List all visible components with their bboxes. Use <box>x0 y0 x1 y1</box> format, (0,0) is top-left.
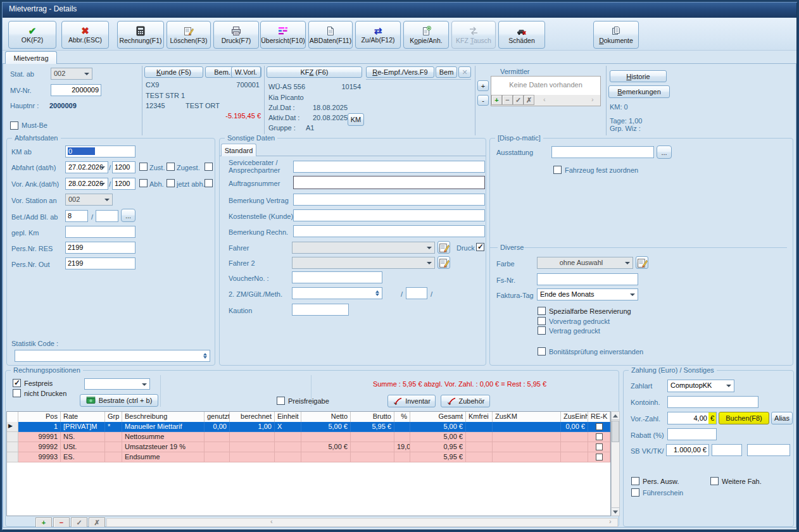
loeschen-button[interactable]: Löschen(F3) <box>167 21 211 49</box>
vermittler-remove-button[interactable]: - <box>477 95 489 106</box>
cell-zuseinh[interactable]: 0,00 € <box>561 422 588 432</box>
zubehoer-button[interactable]: Zubehör <box>441 395 490 407</box>
jetzt-abh-checkbox[interactable] <box>204 179 213 187</box>
auftragsnummer-input[interactable] <box>293 176 485 189</box>
buchen-button[interactable]: Buchen(F8) <box>719 412 769 424</box>
re-empf-button[interactable]: Re-Empf./Vers.F9 <box>366 66 434 78</box>
column-header-gesamt[interactable]: Gesamt <box>410 412 466 423</box>
cell-zuseinh[interactable] <box>561 442 588 452</box>
column-header-genutzt[interactable]: genutzt <box>204 412 230 423</box>
column-header-beschreibung[interactable]: Beschreibung <box>122 412 204 423</box>
vscroll-thumb[interactable] <box>612 421 619 442</box>
hscroll-right-icon[interactable]: › <box>609 517 612 525</box>
column-header-brutto[interactable]: Brutto <box>351 412 394 423</box>
spezialfarbe-checkbox[interactable] <box>538 307 546 315</box>
abfahrt-checkbox[interactable] <box>139 163 148 171</box>
cell-grp[interactable]: * <box>105 422 122 432</box>
gepl-km-input[interactable] <box>65 226 135 238</box>
cell-kmfrei[interactable] <box>466 442 493 452</box>
column-header-zuskm[interactable]: ZusKM <box>493 412 561 423</box>
cell-pos[interactable]: 99993 <box>18 452 61 462</box>
bet-more-button[interactable]: ... <box>121 209 135 222</box>
column-header-rate[interactable]: Rate <box>61 412 105 423</box>
row-marker-icon[interactable]: ▶ <box>7 422 18 432</box>
festpreis-checkbox[interactable] <box>13 379 21 387</box>
farbe-edit-icon[interactable] <box>636 256 648 269</box>
titlebar[interactable]: Mietvertrag - Details <box>0 0 799 18</box>
cell-einheit[interactable] <box>275 442 301 452</box>
cell-pos[interactable]: 1 <box>18 422 61 432</box>
fahrzeug-fest-checkbox[interactable] <box>553 166 562 174</box>
table-hscrollbar[interactable] <box>106 518 618 527</box>
cell-berechnet[interactable] <box>230 432 275 442</box>
farbe-select[interactable]: ohne Auswahl <box>537 257 633 269</box>
weitere-fah-checkbox[interactable] <box>710 477 719 485</box>
vor-ank-date-select[interactable]: 28.02.2026 <box>65 178 108 190</box>
tab-mietvertrag[interactable]: Mietvertrag <box>5 51 57 64</box>
cell-genutzt[interactable] <box>204 452 230 462</box>
row-delete-icon[interactable]: − <box>53 517 70 528</box>
cell-brutto[interactable] <box>351 432 394 442</box>
abfahrt-date-select[interactable]: 27.02.2026 <box>65 161 108 173</box>
mv-nr-input[interactable]: 2000009 <box>51 84 101 96</box>
rate-select[interactable] <box>84 378 150 390</box>
must-be-checkbox[interactable] <box>10 121 18 130</box>
cell-grp[interactable] <box>105 442 122 452</box>
fuehrerschein-checkbox[interactable] <box>631 488 639 497</box>
bemerkung-rechn-input[interactable] <box>293 225 485 237</box>
cell-berechnet[interactable] <box>230 452 275 462</box>
fahrer2-edit-icon[interactable] <box>437 256 450 269</box>
cell-pct[interactable] <box>394 452 410 462</box>
cell-kmfrei[interactable] <box>466 432 493 442</box>
cell-rek[interactable] <box>588 432 610 442</box>
re-k-checkbox[interactable] <box>596 454 603 461</box>
column-header-marker[interactable] <box>7 412 18 423</box>
cell-gesamt[interactable]: 0,95 € <box>410 442 466 452</box>
cell-berechnet[interactable]: 1,00 <box>230 422 275 432</box>
tab-standard[interactable]: Standard <box>221 144 256 156</box>
dokumente-button[interactable]: Dokumente <box>593 21 639 49</box>
vor-ank-checkbox[interactable] <box>139 179 148 187</box>
zuab-button[interactable]: ⇄Zu/Ab(F12) <box>355 21 401 49</box>
cell-netto[interactable]: 5,00 € <box>301 442 351 452</box>
bem-button[interactable]: Bem <box>436 66 457 78</box>
cell-zuskm[interactable] <box>493 422 561 432</box>
column-header-einheit[interactable]: Einheit <box>275 412 301 423</box>
stat-ab-select[interactable]: 002 <box>51 68 92 80</box>
bet-input[interactable]: 8 <box>65 210 88 222</box>
cell-rek[interactable] <box>588 422 610 432</box>
cell-netto[interactable] <box>301 452 351 462</box>
kfz-button[interactable]: KFZ (F6) <box>267 66 362 78</box>
wvorl-button[interactable]: W.Vorl. <box>231 66 261 78</box>
column-header-kmfrei[interactable]: Kmfrei <box>466 412 493 423</box>
pers-ausw-checkbox[interactable] <box>631 477 639 485</box>
cell-einheit[interactable] <box>275 452 301 462</box>
cell-rate[interactable]: ES. <box>61 452 105 462</box>
ausstattung-more-button[interactable]: ... <box>657 145 672 159</box>
cell-berechnet[interactable] <box>230 442 275 452</box>
fsnr-input[interactable] <box>537 273 638 285</box>
zahlart-select[interactable]: ComputopKK <box>667 380 734 392</box>
cell-beschreibung[interactable]: Endsumme <box>122 452 204 462</box>
cell-zuskm[interactable] <box>493 442 561 452</box>
vorvertrag-checkbox[interactable] <box>538 317 546 325</box>
cell-zuseinh[interactable] <box>561 432 588 442</box>
cell-gesamt[interactable]: 5,00 € <box>410 422 466 432</box>
cell-gesamt[interactable]: 5,95 € <box>410 452 466 462</box>
cell-genutzt[interactable] <box>204 432 230 442</box>
vorzahl-input[interactable]: 4,00€ <box>667 412 717 424</box>
cell-rate[interactable]: NS. <box>61 432 105 442</box>
historie-button[interactable]: Historie <box>610 70 667 82</box>
re-k-checkbox[interactable] <box>596 423 603 430</box>
column-header-netto[interactable]: Netto <box>301 412 351 423</box>
rechnung-button[interactable]: Rechnung(F1) <box>117 21 164 49</box>
cell-einheit[interactable]: X <box>275 422 301 432</box>
column-header-grp[interactable]: Grp <box>105 412 122 423</box>
cell-beschreibung[interactable]: Nettosumme <box>122 432 204 442</box>
column-header-berechnet[interactable]: berechnet <box>230 412 275 423</box>
kopie-anh-button[interactable]: Kopie/Anh. <box>403 21 449 49</box>
cell-pct[interactable] <box>394 422 410 432</box>
vertrag-gedruckt-checkbox[interactable] <box>538 326 546 335</box>
zm-input-2[interactable] <box>406 287 427 299</box>
cell-pos[interactable]: 99991 <box>18 432 61 442</box>
